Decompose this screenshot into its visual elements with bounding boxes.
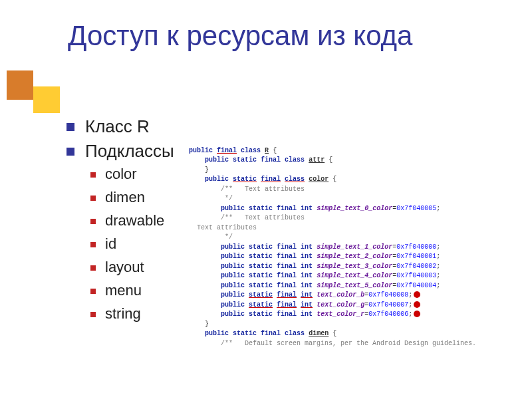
code-number: 0x7f040003: [396, 272, 436, 279]
code-comment: */: [221, 195, 233, 202]
code-keyword: static: [249, 301, 273, 309]
code-number: 0x7f040007: [368, 301, 408, 309]
code-number: 0x7f040004: [396, 282, 436, 289]
code-number: 0x7f040002: [396, 263, 436, 270]
code-identifier: simple_text_0_color: [317, 205, 392, 212]
code-keyword: final: [277, 263, 297, 270]
code-comment: /**: [221, 214, 233, 221]
code-keyword: public: [205, 176, 229, 183]
code-keyword: public: [221, 205, 245, 212]
list-item: string: [105, 305, 141, 322]
list-item: Класс R: [85, 116, 150, 136]
code-comment: Default screen margins, per the Android …: [245, 340, 476, 347]
bullet-l1: Класс R: [66, 116, 174, 137]
bullet-l2: layout: [66, 259, 174, 276]
code-punct: ;: [436, 282, 440, 289]
code-keyword: public: [221, 263, 245, 270]
code-keyword: public: [189, 147, 213, 154]
code-keyword: public: [221, 301, 245, 309]
code-keyword: int: [301, 272, 313, 279]
code-keyword: class: [285, 330, 305, 337]
code-identifier: simple_text_2_color: [317, 253, 392, 260]
code-keyword: int: [301, 253, 313, 260]
decor-orange-square: [7, 70, 33, 100]
code-classname: dimen: [309, 330, 329, 337]
code-keyword: static: [249, 291, 273, 299]
code-keyword: public: [221, 272, 245, 279]
code-keyword: final: [277, 205, 297, 212]
code-keyword: final: [277, 272, 297, 279]
code-keyword: public: [221, 311, 245, 318]
code-keyword: final: [217, 147, 237, 154]
code-keyword: int: [301, 263, 313, 270]
code-keyword: static: [249, 282, 273, 289]
bullet-l2: menu: [66, 282, 174, 299]
code-keyword: public: [221, 253, 245, 260]
list-item: dimen: [105, 189, 145, 205]
code-keyword: public: [221, 291, 245, 299]
code-keyword: final: [277, 301, 297, 309]
code-keyword: class: [285, 156, 305, 164]
code-keyword: public: [205, 156, 229, 164]
code-keyword: int: [301, 311, 313, 318]
code-comment: */: [221, 233, 233, 241]
code-punct: }: [205, 321, 209, 328]
code-punct: {: [329, 156, 332, 164]
code-punct: ;: [436, 205, 440, 212]
breakpoint-dot-icon: [414, 301, 420, 308]
code-keyword: final: [277, 243, 297, 251]
code-keyword: final: [277, 253, 297, 260]
code-comment: Text attributes: [245, 214, 305, 221]
code-snippet: public final class R { public static fin…: [189, 136, 525, 348]
code-punct: }: [205, 166, 209, 174]
code-comment: Text attributes: [197, 224, 257, 231]
code-keyword: static: [249, 272, 273, 279]
code-classname: R: [265, 147, 269, 154]
code-keyword: static: [233, 176, 257, 183]
code-punct: ;: [436, 263, 440, 270]
code-keyword: final: [277, 291, 297, 299]
code-comment: /**: [221, 340, 233, 347]
bullet-l2: id: [66, 235, 174, 253]
bullet-l2: string: [66, 305, 174, 323]
code-keyword: final: [277, 311, 297, 318]
code-punct: {: [332, 330, 336, 337]
code-keyword: static: [249, 253, 273, 260]
code-keyword: final: [261, 156, 281, 164]
code-identifier: text_color_g: [317, 301, 364, 309]
code-punct: ;: [408, 311, 412, 318]
bullet-l2: color: [66, 166, 174, 183]
code-number: 0x7f040006: [368, 311, 408, 318]
code-punct: ;: [408, 301, 412, 309]
code-keyword: int: [301, 301, 313, 309]
code-punct: {: [273, 147, 277, 154]
code-keyword: int: [301, 205, 313, 212]
code-comment: Text attributes: [245, 186, 305, 193]
code-punct: ;: [436, 272, 440, 279]
code-identifier: simple_text_1_color: [317, 243, 392, 251]
code-punct: ;: [408, 291, 412, 299]
decor-yellow-square: [33, 86, 60, 113]
code-keyword: final: [261, 330, 281, 337]
code-keyword: int: [301, 243, 313, 251]
code-identifier: simple_text_5_color: [317, 282, 392, 289]
code-identifier: simple_text_4_color: [317, 272, 392, 279]
code-identifier: text_color_r: [317, 311, 364, 318]
bullet-list: Класс R Подклассы color dimen drawable i…: [66, 116, 174, 329]
code-comment: /**: [221, 186, 233, 193]
code-punct: ;: [436, 243, 440, 251]
code-keyword: int: [301, 282, 313, 289]
code-number: 0x7f040000: [396, 243, 436, 251]
code-keyword: final: [261, 176, 281, 183]
code-classname: color: [309, 176, 329, 183]
code-identifier: text_color_b: [317, 291, 364, 299]
code-punct: ;: [436, 253, 440, 260]
list-item: menu: [105, 282, 142, 299]
code-number: 0x7f040001: [396, 253, 436, 260]
code-classname: attr: [309, 156, 325, 164]
slide-title: Доступ к ресурсам из кода: [68, 20, 412, 51]
breakpoint-dot-icon: [414, 311, 420, 317]
bullet-l2: drawable: [66, 212, 174, 229]
code-keyword: static: [249, 205, 273, 212]
code-keyword: static: [233, 330, 257, 337]
